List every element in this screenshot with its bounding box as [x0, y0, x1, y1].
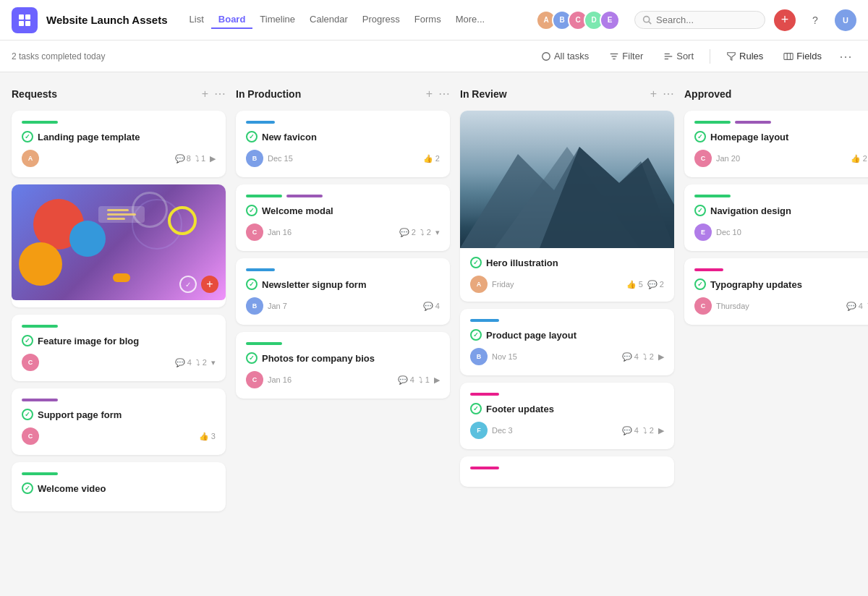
card-support-page-form[interactable]: Support page form C 👍 3 [12, 388, 226, 455]
card-welcome-modal[interactable]: Welcome modal C Jan 16 💬 2 ⤵ 2 ▾ [236, 184, 450, 251]
card-avatar: B [246, 297, 263, 315]
add-card-requests[interactable]: + [202, 88, 208, 101]
all-tasks-button[interactable]: All tasks [534, 48, 596, 64]
tag-green [246, 195, 282, 197]
shape-lines [98, 206, 145, 223]
check-icon [694, 278, 706, 290]
card-title: Photos for company bios [246, 352, 440, 364]
mountain-image [460, 111, 674, 248]
tab-more[interactable]: More... [448, 11, 492, 29]
play-icon[interactable]: ▶ [434, 375, 440, 385]
comment-count: 💬 8 [175, 154, 191, 163]
card-meta: 💬 2 ⤵ 2 ▾ [399, 228, 440, 237]
svg-rect-3 [25, 21, 30, 26]
card-footer: A Friday 👍 5 💬 2 [470, 276, 664, 293]
play-icon[interactable]: ▶ [658, 352, 664, 362]
tag-purple [735, 121, 771, 124]
play-icon[interactable]: ▶ [210, 154, 216, 163]
card-title: Welcome video [22, 482, 216, 494]
card-product-page-layout[interactable]: Product page layout B Nov 15 💬 4 ⤵ 2 ▶ [460, 309, 674, 375]
like-count: 👍 2 [423, 154, 440, 163]
card-date: Friday [492, 280, 622, 289]
check-icon [22, 335, 33, 346]
more-options-button[interactable]: ⋯ [835, 46, 856, 67]
tab-progress[interactable]: Progress [355, 11, 407, 29]
col-header-in-production: In Production + ⋯ [236, 84, 450, 103]
project-title: Website Launch Assets [46, 14, 168, 26]
filter-button[interactable]: Filter [602, 48, 650, 64]
subtask-count: ⤵ 1 [195, 154, 205, 163]
card-hero-illustration[interactable]: Hero illustration A Friday 👍 5 💬 2 [460, 111, 674, 302]
sort-button[interactable]: Sort [656, 48, 701, 64]
tag [694, 268, 723, 271]
col-title-approved: Approved [684, 88, 868, 100]
col-header-requests: Requests + ⋯ [12, 84, 226, 103]
tab-forms[interactable]: Forms [407, 11, 448, 29]
rules-icon [726, 51, 736, 61]
card-title: New favicon [246, 131, 440, 142]
card-avatar: B [470, 348, 488, 365]
dropdown-icon[interactable]: ▾ [435, 228, 440, 237]
card-meta: 👍 3 [199, 432, 216, 441]
rules-button[interactable]: Rules [719, 48, 770, 64]
column-in-production: In Production + ⋯ New favicon B Dec 15 👍… [236, 84, 450, 399]
search-input[interactable] [656, 14, 757, 25]
col-menu-requests[interactable]: ⋯ [214, 87, 226, 101]
col-menu-in-production[interactable]: ⋯ [438, 87, 450, 101]
current-user-avatar[interactable]: U [835, 9, 856, 31]
card-footer: F Dec 3 💬 4 ⤵ 2 ▶ [470, 422, 664, 439]
card-meta: 👍 2 💬 4 [851, 154, 868, 163]
play-icon[interactable]: ▶ [658, 426, 664, 435]
tab-calendar[interactable]: Calendar [302, 11, 355, 29]
shape-speech-bubble [113, 273, 130, 282]
card-feature-colorful[interactable]: ✓ + [12, 184, 226, 307]
card-landing-page-template[interactable]: Landing page template A 💬 8 ⤵ 1 ▶ [12, 111, 226, 177]
card-meta: 💬 4 ⤵ 2 ▶ [622, 426, 664, 435]
add-card-in-production[interactable]: + [426, 88, 433, 101]
toolbar: 2 tasks completed today All tasks Filter… [0, 41, 868, 72]
card-date: Jan 16 [268, 375, 393, 384]
card-footer: B Nov 15 💬 4 ⤵ 2 ▶ [470, 348, 664, 365]
card-feature-image-blog[interactable]: Feature image for blog C 💬 4 ⤵ 2 ▾ [12, 315, 226, 381]
card-title: Landing page template [22, 131, 216, 142]
card-photos-company-bios[interactable]: Photos for company bios C Jan 16 💬 4 ⤵ 1… [236, 332, 450, 399]
subtask-count: ⤵ 2 [196, 358, 207, 367]
dropdown-icon[interactable]: ▾ [211, 358, 216, 367]
card-partial-in-review[interactable] [460, 456, 674, 487]
fields-button[interactable]: Fields [776, 48, 829, 64]
team-avatars[interactable]: A B C D E [536, 10, 620, 30]
colorful-image: ✓ + [12, 184, 226, 300]
help-button[interactable]: ? [804, 9, 826, 31]
card-new-favicon[interactable]: New favicon B Dec 15 👍 2 [236, 111, 450, 177]
card-avatar: B [246, 150, 263, 167]
card-homepage-layout[interactable]: Homepage layout C Jan 20 👍 2 💬 4 [684, 111, 868, 177]
check-icon [470, 257, 482, 268]
col-title-in-review: In Review [460, 88, 644, 100]
col-menu-in-review[interactable]: ⋯ [663, 87, 674, 101]
svg-rect-2 [19, 21, 24, 26]
card-title: Footer updates [470, 403, 664, 414]
tab-timeline[interactable]: Timeline [252, 11, 302, 29]
add-button[interactable]: + [774, 9, 796, 31]
tag [470, 393, 499, 396]
add-card-in-review[interactable]: + [650, 88, 657, 101]
card-newsletter-signup[interactable]: Newsletter signup form B Jan 7 💬 4 [236, 258, 450, 325]
all-tasks-icon [541, 51, 551, 61]
tab-board[interactable]: Board [211, 11, 253, 29]
card-navigation-design[interactable]: Navigation design E Dec 10 💬 3 [684, 184, 868, 251]
card-avatar: C [246, 371, 263, 388]
card-footer-updates[interactable]: Footer updates F Dec 3 💬 4 ⤵ 2 ▶ [460, 383, 674, 449]
card-meta: 💬 4 ⤵ 2 ▾ [175, 358, 216, 367]
search-box[interactable] [634, 11, 765, 29]
tasks-completed-text: 2 tasks completed today [12, 51, 105, 61]
card-date: Jan 20 [716, 154, 846, 163]
avatar-5[interactable]: E [600, 10, 620, 30]
card-typography-updates[interactable]: Typography updates C Thursday 💬 4 ⤵ 1 ▶ [684, 258, 868, 325]
card-date: Thursday [716, 302, 842, 310]
col-header-in-review: In Review + ⋯ [460, 84, 674, 103]
app-icon [12, 7, 38, 33]
card-welcome-video[interactable]: Welcome video [12, 462, 226, 511]
tab-list[interactable]: List [182, 11, 211, 29]
card-avatar: C [22, 427, 39, 445]
tag [22, 472, 58, 475]
